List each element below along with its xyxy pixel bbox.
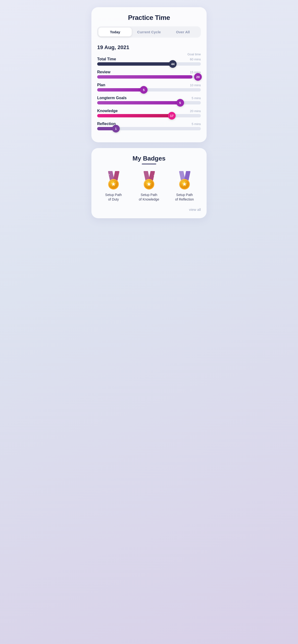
row-total-time: Total Time 60 mins 44: [97, 57, 201, 66]
svg-text:★: ★: [146, 181, 152, 187]
view-all-row: view all: [97, 206, 201, 212]
date-label: 19 Aug, 2021: [97, 44, 201, 50]
goal-total-time: 60 mins: [190, 58, 201, 61]
badge-plan: 5: [140, 86, 147, 94]
row-longterm: Longterm Goals 5 mins 5: [97, 96, 201, 104]
badge-label-reflection: Setup Pathof Reflection: [175, 192, 194, 202]
bar-review: 20: [97, 75, 201, 78]
row-knowledge: Knowledge 20 mins 17: [97, 109, 201, 118]
svg-text:★: ★: [111, 181, 116, 187]
svg-point-19: [154, 175, 155, 176]
bar-reflection: 1: [97, 127, 201, 130]
badge-item-reflection: ★: [168, 171, 201, 202]
fill-review: [97, 75, 192, 78]
fill-plan: [97, 88, 144, 92]
page-container: Practice Time Today Current Cycle Over A…: [91, 7, 207, 218]
goal-plan: 10 mins: [190, 84, 201, 87]
practice-card: Practice Time Today Current Cycle Over A…: [91, 7, 207, 142]
tab-today[interactable]: Today: [98, 28, 132, 36]
bar-plan: 5: [97, 88, 201, 92]
badge-item-duty: ★: [97, 171, 130, 202]
tab-current-cycle[interactable]: Current Cycle: [132, 28, 166, 36]
bar-knowledge: 17: [97, 114, 201, 118]
badge-knowledge: 17: [168, 112, 176, 120]
goal-reflection: 5 mins: [192, 122, 201, 126]
tab-bar: Today Current Cycle Over All: [97, 26, 201, 38]
label-review: Review: [97, 70, 110, 74]
label-knowledge: Knowledge: [97, 109, 117, 113]
badges-underline: [142, 164, 156, 164]
goal-time-header: Goal time: [97, 52, 201, 56]
svg-point-28: [191, 179, 192, 180]
fill-total-time: [97, 62, 173, 66]
row-review: Review 15 mins 20: [97, 70, 201, 78]
row-reflection: Reflection 5 mins 1: [97, 122, 201, 130]
bar-longterm: 5: [97, 101, 201, 104]
svg-point-18: [155, 179, 156, 180]
badge-reflection: 1: [112, 125, 120, 132]
badge-label-duty: Setup Pathof Duty: [105, 192, 122, 202]
badge-longterm: 5: [176, 99, 184, 106]
badge-total-time: 44: [169, 60, 177, 68]
view-all-button[interactable]: view all: [189, 206, 201, 212]
badge-icon-knowledge: ★: [139, 171, 159, 190]
svg-point-17: [142, 180, 143, 181]
fill-knowledge: [97, 114, 172, 118]
label-plan: Plan: [97, 83, 105, 87]
label-total-time: Total Time: [97, 57, 116, 61]
badge-item-knowledge: ★: [133, 171, 165, 202]
badge-icon-reflection: ★: [175, 171, 194, 190]
badge-label-knowledge: Setup Pathof Knowledge: [139, 192, 159, 202]
goal-longterm: 5 mins: [192, 96, 201, 100]
svg-point-27: [177, 180, 179, 181]
badge-review: 20: [194, 73, 202, 81]
label-reflection: Reflection: [97, 122, 116, 126]
svg-point-9: [109, 174, 110, 175]
badge-icon-duty: ★: [104, 171, 123, 190]
progress-rows: Total Time 60 mins 44 Review 15 mins: [97, 57, 201, 135]
bar-total-time: 44: [97, 62, 201, 66]
goal-knowledge: 20 mins: [190, 109, 201, 113]
row-plan: Plan 10 mins 5: [97, 83, 201, 92]
tab-over-all[interactable]: Over All: [166, 28, 200, 36]
svg-point-7: [106, 180, 107, 182]
practice-title: Practice Time: [97, 14, 201, 22]
badges-grid: ★: [97, 171, 201, 202]
svg-text:★: ★: [182, 181, 187, 187]
badges-title: My Badges: [97, 155, 201, 162]
fill-longterm: [97, 101, 180, 104]
label-longterm: Longterm Goals: [97, 96, 127, 100]
svg-point-8: [120, 180, 121, 181]
badges-card: My Badges ★: [91, 148, 207, 218]
